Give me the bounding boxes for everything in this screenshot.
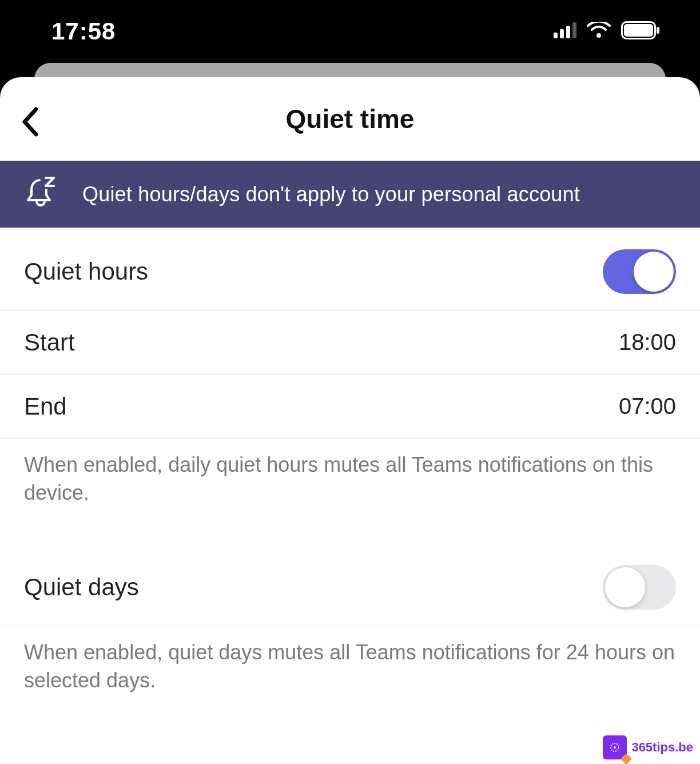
- svg-rect-5: [624, 24, 653, 37]
- section-divider: [0, 512, 700, 549]
- start-label: Start: [24, 329, 75, 356]
- watermark: 365tips.be: [603, 735, 693, 759]
- quiet-hours-toggle[interactable]: [603, 249, 676, 294]
- svg-rect-1: [560, 29, 564, 38]
- svg-rect-0: [554, 33, 558, 38]
- status-indicators: [554, 21, 660, 42]
- end-label: End: [24, 393, 67, 420]
- start-value: 18:00: [619, 329, 676, 355]
- nav-bar: Quiet time: [0, 77, 700, 161]
- wifi-icon: [587, 22, 611, 41]
- info-banner: Quiet hours/days don't apply to your per…: [0, 161, 700, 228]
- bell-snooze-icon: [26, 177, 57, 212]
- toggle-knob: [605, 567, 645, 607]
- quiet-days-label: Quiet days: [24, 574, 139, 601]
- device-frame: 17:58 Quiet time Quiet hours/day: [0, 0, 700, 764]
- chevron-left-icon: [20, 107, 39, 137]
- quiet-hours-row: Quiet hours: [0, 228, 700, 311]
- watermark-icon: [603, 735, 627, 759]
- status-time: 17:58: [51, 18, 116, 45]
- cellular-icon: [554, 22, 576, 41]
- back-button[interactable]: [13, 105, 47, 139]
- quiet-days-hint: When enabled, quiet days mutes all Teams…: [0, 626, 700, 700]
- toggle-knob: [634, 252, 674, 292]
- quiet-days-row: Quiet days: [0, 549, 700, 626]
- svg-rect-2: [566, 26, 570, 38]
- watermark-text: 365tips.be: [631, 740, 693, 755]
- svg-point-8: [614, 746, 616, 749]
- quiet-hours-hint: When enabled, daily quiet hours mutes al…: [0, 439, 700, 512]
- quiet-hours-label: Quiet hours: [24, 258, 148, 285]
- page-title: Quiet time: [286, 104, 415, 134]
- settings-sheet: Quiet time Quiet hours/days don't apply …: [0, 77, 700, 764]
- status-bar: 17:58: [0, 0, 700, 63]
- quiet-days-toggle[interactable]: [603, 565, 676, 610]
- start-time-row[interactable]: Start 18:00: [0, 311, 700, 375]
- svg-rect-6: [657, 27, 659, 34]
- end-time-row[interactable]: End 07:00: [0, 375, 700, 439]
- end-value: 07:00: [619, 393, 676, 419]
- svg-rect-3: [572, 22, 576, 38]
- battery-icon: [621, 21, 660, 42]
- info-banner-text: Quiet hours/days don't apply to your per…: [82, 182, 580, 206]
